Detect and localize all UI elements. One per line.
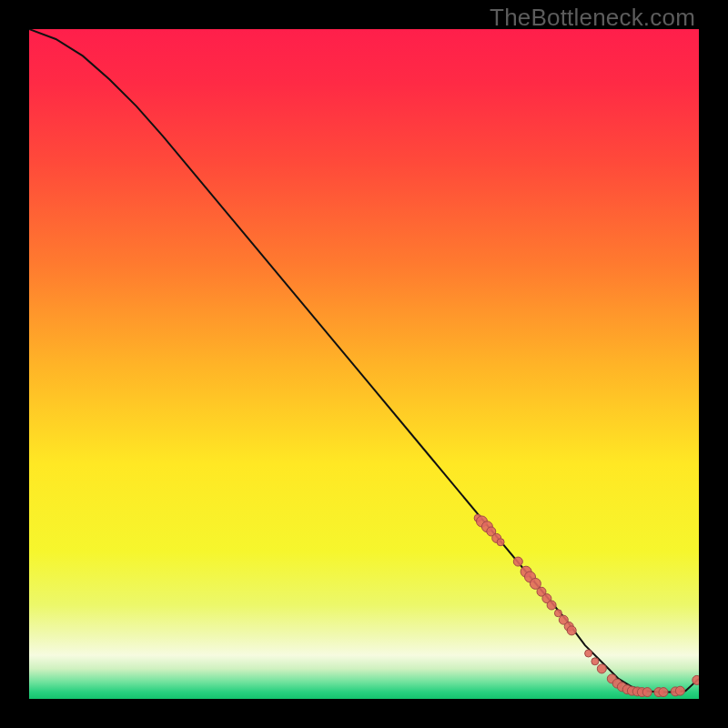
data-marker	[642, 688, 652, 697]
data-markers	[474, 514, 699, 696]
chart-stage: TheBottleneck.com	[0, 0, 728, 728]
data-marker	[693, 675, 699, 684]
bottleneck-curve	[29, 29, 699, 693]
data-marker	[513, 557, 522, 566]
data-marker	[659, 688, 668, 697]
data-marker	[597, 664, 606, 673]
data-marker	[497, 539, 504, 546]
data-marker	[567, 626, 576, 635]
curve-layer	[29, 29, 699, 699]
data-marker	[585, 650, 592, 657]
plot-area	[29, 29, 699, 699]
data-marker	[547, 601, 556, 610]
watermark-text: TheBottleneck.com	[490, 4, 695, 32]
data-marker	[675, 686, 684, 695]
data-marker	[554, 610, 561, 617]
data-marker	[592, 658, 599, 665]
